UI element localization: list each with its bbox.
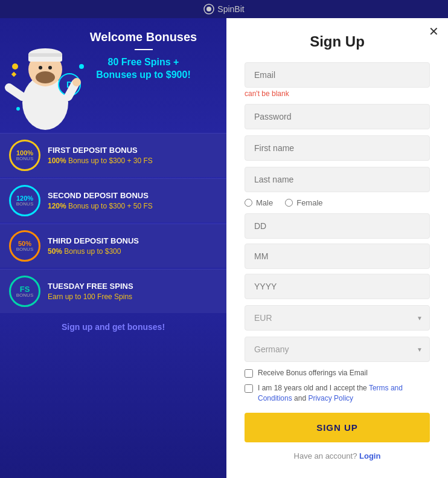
svg-rect-6	[28, 53, 62, 57]
svg-point-17	[16, 107, 20, 111]
terms-checkbox-section: I am 18 years old and I accept the Terms…	[245, 383, 430, 404]
country-select[interactable]: Germany Austria Switzerland	[245, 337, 430, 362]
bonus-desc: 50% Bonus up to $300	[48, 247, 217, 256]
bonus-name: THIRD DEPOSIT BONUS	[48, 236, 217, 245]
welcome-text: Welcome Bonuses 80 Free Spins + Bonuses …	[90, 30, 197, 82]
logo: SpinBit	[203, 4, 244, 15]
email-error: can't be blank	[245, 89, 430, 98]
bonus-text-third: THIRD DEPOSIT BONUS 50% Bonus up to $300	[48, 236, 217, 256]
list-item: 120% BONUS SECOND DEPOSIT BONUS 120% Bon…	[0, 178, 226, 222]
badge-percent: 100%	[16, 150, 33, 157]
login-link[interactable]: Login	[359, 451, 380, 460]
signup-form-panel: ✕ Sign Up can't be blank Male F	[226, 18, 448, 478]
badge-percent: 50%	[18, 241, 31, 247]
bonus-desc: 120% Bonus up to $300 + 50 FS	[48, 202, 217, 210]
dob-month-input[interactable]	[245, 244, 430, 269]
bonus-desc: 100% Bonus up to $300 + 30 FS	[48, 157, 217, 165]
firstname-input[interactable]	[245, 135, 430, 161]
dob-section	[245, 213, 430, 299]
badge-percent: FS	[20, 285, 30, 293]
bonus-badge-second: 120% BONUS	[9, 185, 40, 216]
currency-select[interactable]: EUR USD GBP	[245, 305, 430, 331]
terms-checkbox[interactable]	[245, 384, 253, 393]
bonus-text-tuesday: TUESDAY FREE SPINS Earn up to 100 Free S…	[48, 282, 217, 301]
bonus-badge-first: 100% BONUS	[9, 140, 40, 171]
svg-rect-18	[11, 72, 16, 77]
list-item: 50% BONUS THIRD DEPOSIT BONUS 50% Bonus …	[0, 224, 226, 268]
firstname-group	[245, 135, 430, 161]
lastname-group	[245, 167, 430, 192]
terms-checkbox-label[interactable]: I am 18 years old and I accept the Terms…	[245, 383, 430, 404]
welcome-title: Welcome Bonuses	[90, 30, 197, 44]
gender-male-label: Male	[256, 198, 273, 207]
svg-point-1	[206, 7, 211, 11]
password-input[interactable]	[245, 104, 430, 129]
login-prompt: Have an account? Login	[245, 451, 430, 460]
bonus-checkbox-label[interactable]: Receive Bonus offerings via Email	[245, 368, 430, 378]
welcome-divider	[135, 49, 153, 50]
hero-section: D Welcome Bonuses 80 Free Spins + Bonuse…	[0, 18, 226, 133]
top-bar: SpinBit	[0, 0, 448, 18]
dob-day-input[interactable]	[245, 213, 430, 239]
left-panel: D Welcome Bonuses 80 Free Spins + Bonuse…	[0, 18, 226, 478]
main-content: D Welcome Bonuses 80 Free Spins + Bonuse…	[0, 18, 448, 478]
svg-point-8	[39, 66, 42, 69]
email-input[interactable]	[245, 62, 430, 88]
email-group: can't be blank	[245, 62, 430, 98]
terms-checkbox-text: I am 18 years old and I accept the Terms…	[258, 383, 430, 404]
badge-label: BONUS	[16, 293, 33, 298]
gender-section: Male Female	[245, 198, 430, 207]
bonus-desc: Earn up to 100 Free Spins	[48, 292, 217, 301]
gender-female-radio[interactable]	[285, 199, 293, 207]
gender-male-option[interactable]: Male	[245, 198, 273, 207]
spinbit-logo-icon	[203, 4, 214, 15]
signup-cta: Sign up and get bonuses!	[53, 313, 174, 341]
svg-point-16	[79, 64, 84, 69]
password-group	[245, 104, 430, 129]
badge-percent: 120%	[16, 195, 33, 202]
bonus-name: FIRST DEPOSIT BONUS	[48, 146, 217, 155]
bonus-checkbox-text: Receive Bonus offerings via Email	[258, 368, 368, 378]
svg-point-15	[12, 63, 18, 69]
signup-button[interactable]: SIGN UP	[245, 413, 430, 442]
bonus-badge-third: 50% BONUS	[9, 230, 40, 262]
form-title: Sign Up	[245, 33, 430, 50]
bonus-checkbox-section: Receive Bonus offerings via Email	[245, 368, 430, 378]
svg-point-14	[72, 78, 81, 86]
gender-female-label: Female	[296, 198, 322, 207]
dob-year-input[interactable]	[245, 274, 430, 299]
currency-group: EUR USD GBP	[245, 305, 430, 331]
logo-text: SpinBit	[217, 4, 244, 14]
country-group: Germany Austria Switzerland	[245, 337, 430, 362]
character-illustration: D	[3, 36, 88, 133]
list-item: FS BONUS TUESDAY FREE SPINS Earn up to 1…	[0, 269, 226, 313]
badge-label: BONUS	[16, 157, 33, 161]
list-item: 100% BONUS FIRST DEPOSIT BONUS 100% Bonu…	[0, 133, 226, 177]
bonus-name: SECOND DEPOSIT BONUS	[48, 191, 217, 200]
bonus-checkbox[interactable]	[245, 369, 253, 378]
badge-label: BONUS	[16, 247, 33, 252]
svg-point-7	[36, 71, 55, 83]
welcome-bonus: 80 Free Spins + Bonuses up to $900!	[90, 56, 197, 82]
privacy-link[interactable]: Privacy Policy	[308, 394, 353, 402]
close-button[interactable]: ✕	[429, 25, 439, 37]
bonus-text-second: SECOND DEPOSIT BONUS 120% Bonus up to $3…	[48, 191, 217, 210]
gender-female-option[interactable]: Female	[285, 198, 322, 207]
bonus-badge-tuesday: FS BONUS	[9, 276, 40, 307]
badge-label: BONUS	[16, 202, 33, 207]
svg-point-9	[48, 66, 52, 69]
gender-male-radio[interactable]	[245, 199, 252, 207]
bonus-name: TUESDAY FREE SPINS	[48, 282, 217, 291]
bonus-text-first: FIRST DEPOSIT BONUS 100% Bonus up to $30…	[48, 146, 217, 165]
have-account-text: Have an account?	[294, 451, 357, 460]
bonus-list: 100% BONUS FIRST DEPOSIT BONUS 100% Bonu…	[0, 133, 226, 313]
lastname-input[interactable]	[245, 167, 430, 192]
svg-line-12	[9, 88, 22, 97]
